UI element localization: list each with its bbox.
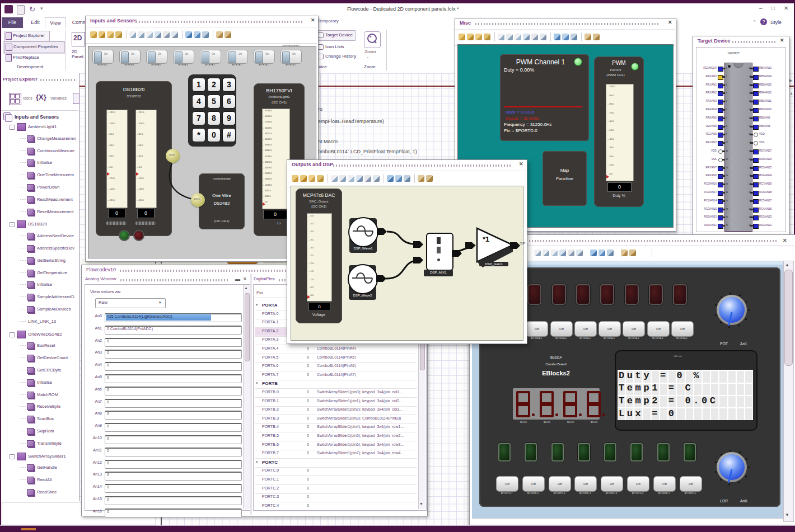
- svg-text:*1: *1: [483, 235, 489, 243]
